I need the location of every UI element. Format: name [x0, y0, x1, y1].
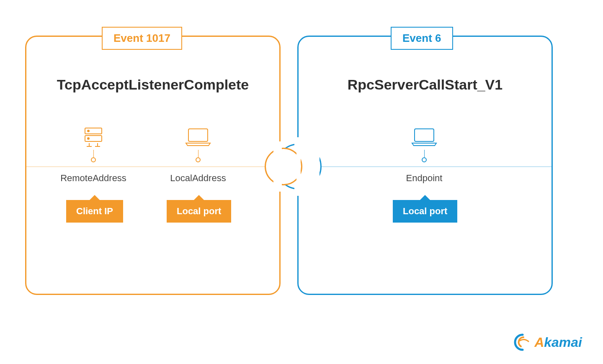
server-icon	[81, 125, 106, 150]
svg-rect-8	[188, 129, 208, 141]
laptop-icon	[183, 125, 213, 150]
local-port-chip-right: Local port	[393, 200, 457, 223]
akamai-wordmark: Akamai	[534, 335, 582, 350]
puzzle-piece-event-6: Event 6 RpcServerCallStart_V1 Endpoint L…	[297, 36, 553, 295]
endpoint-label: Endpoint	[382, 173, 466, 184]
event-6-title: RpcServerCallStart_V1	[299, 77, 551, 93]
local-address-label: LocalAddress	[156, 173, 240, 184]
laptop-icon	[410, 125, 439, 150]
event-correlation-diagram: Event 1017 TcpAcceptListenerComplete	[25, 25, 578, 301]
brand-rest: kamai	[544, 335, 582, 350]
notch-border-mask	[296, 150, 301, 183]
client-ip-chip: Client IP	[66, 200, 123, 223]
midline-left	[26, 167, 279, 167]
event-1017-title: TcpAcceptListenerComplete	[26, 77, 279, 93]
akamai-wave-icon	[513, 333, 532, 351]
tab-mask	[273, 141, 282, 192]
svg-point-2	[88, 130, 89, 132]
endpoint-node	[382, 125, 466, 162]
akamai-logo: Akamai	[513, 333, 582, 351]
local-port-chip-left: Local port	[167, 200, 231, 223]
remote-address-label: RemoteAddress	[52, 173, 135, 184]
puzzle-piece-event-1017: Event 1017 TcpAcceptListenerComplete	[25, 36, 281, 295]
local-address-node	[156, 125, 240, 162]
remote-address-node	[52, 125, 135, 162]
event-tag-6: Event 6	[391, 27, 453, 50]
svg-rect-9	[415, 129, 434, 141]
svg-point-3	[88, 138, 89, 139]
event-tag-1017: Event 1017	[102, 27, 182, 50]
midline-right	[299, 167, 551, 167]
